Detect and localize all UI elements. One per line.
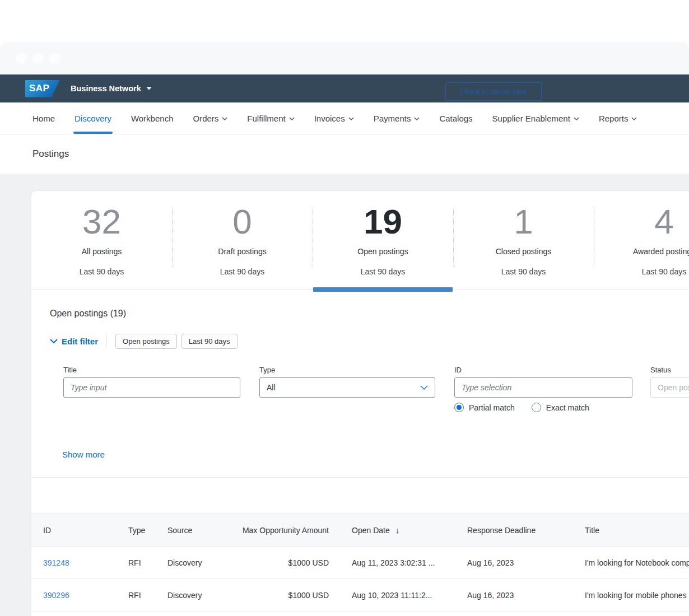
status-filter-field: Status Open postings <box>650 366 689 398</box>
radio-icon <box>532 403 541 412</box>
table-spacer <box>31 478 689 514</box>
nav-item-label: Payments <box>374 114 411 123</box>
column-header-title[interactable]: Title <box>585 514 689 547</box>
stat-value: 32 <box>31 204 172 239</box>
show-more-link[interactable]: Show more <box>62 450 105 459</box>
divider <box>106 335 106 347</box>
match-radio[interactable]: Exact match <box>532 403 589 412</box>
stat-value: 19 <box>313 204 453 239</box>
posting-row[interactable]: 391248 RFI Discovery $1000 USD Aug 11, 2… <box>31 547 689 579</box>
stat-tab[interactable]: 1 Closed postings Last 90 days <box>453 191 594 289</box>
window-button-icon <box>49 53 60 64</box>
stat-tab[interactable]: 32 All postings Last 90 days <box>31 191 172 289</box>
title-input[interactable]: Type input <box>63 377 240 398</box>
filter-chip[interactable]: Last 90 days <box>181 334 238 349</box>
edit-filter-label: Edit filter <box>62 337 98 346</box>
stat-period: Last 90 days <box>453 267 594 276</box>
posting-type: RFI <box>128 547 167 579</box>
nav-item-label: Orders <box>193 114 218 123</box>
posting-open-date: Aug 10, 2023 11:11:2... <box>352 579 467 612</box>
column-header-source[interactable]: Source <box>167 514 232 547</box>
filter-toolbar: Edit filter Open postings Last 90 days <box>50 333 689 349</box>
nav-item-label: Discovery <box>75 114 111 123</box>
stat-period: Last 90 days <box>313 267 453 276</box>
title-field-label: Title <box>63 366 240 374</box>
stat-label: Closed postings <box>453 247 594 256</box>
stat-value: 1 <box>453 204 594 239</box>
nav-item-label: Reports <box>599 114 629 123</box>
match-radio-label: Exact match <box>546 403 589 412</box>
stat-label: All postings <box>31 247 172 256</box>
stat-tab[interactable]: 19 Open postings Last 90 days <box>313 191 453 289</box>
nav-item[interactable]: Reports <box>599 102 637 134</box>
match-options: Partial match Exact match <box>454 403 632 412</box>
chevron-down-icon <box>222 117 227 120</box>
chevron-down-icon <box>420 385 428 390</box>
stat-label: Awarded postings <box>594 247 689 256</box>
id-filter-field: ID Type selection Partial match <box>454 366 632 412</box>
chevron-down-icon <box>289 117 295 120</box>
status-field-label: Status <box>650 366 689 374</box>
stat-period: Last 90 days <box>172 267 313 276</box>
posting-amount: $1000 USD <box>232 579 352 612</box>
nav-item[interactable]: Supplier Enablement <box>492 102 579 134</box>
nav-item[interactable]: Workbench <box>131 102 174 134</box>
column-header-deadline[interactable]: Response Deadline <box>467 514 585 547</box>
app-root: SAP Business Network ⟨ Back to classic v… <box>0 0 689 616</box>
back-to-classic-view-button[interactable]: ⟨ Back to classic view <box>445 82 542 101</box>
match-radio-label: Partial match <box>469 403 515 412</box>
stat-tab[interactable]: 4 Awarded postings Last 90 days <box>594 191 689 289</box>
nav-item-label: Supplier Enablement <box>492 114 570 123</box>
postings-stats-tabs: 32 All postings Last 90 days 0 Draft pos… <box>31 191 689 290</box>
filter-chips: Open postings Last 90 days <box>115 334 238 349</box>
nav-item[interactable]: Payments <box>374 102 420 134</box>
column-header-open-date[interactable]: Open Date↓ <box>352 514 467 547</box>
sap-logo: SAP <box>25 80 60 97</box>
radio-icon <box>454 403 464 412</box>
match-radio[interactable]: Partial match <box>454 403 515 412</box>
nav-item[interactable]: Fulfillment <box>247 102 294 134</box>
type-select-value: All <box>267 383 276 392</box>
type-field-label: Type <box>259 366 435 374</box>
postings-table: ID Type Source Max Opportunity Amount Op… <box>31 514 689 612</box>
stat-value: 0 <box>172 204 313 239</box>
nav-item-label: Workbench <box>131 114 174 123</box>
status-input-value: Open postings <box>658 383 689 392</box>
chevron-down-icon <box>631 117 637 120</box>
window-button-icon <box>16 53 27 64</box>
posting-deadline: Aug 16, 2023 <box>467 547 585 579</box>
column-header-type[interactable]: Type <box>128 514 167 547</box>
postings-card: 32 All postings Last 90 days 0 Draft pos… <box>31 190 689 616</box>
nav-item-label: Invoices <box>314 114 345 123</box>
nav-item[interactable]: Orders <box>193 102 227 134</box>
title-input-placeholder: Type input <box>71 383 106 392</box>
posting-amount: $1000 USD <box>232 547 352 579</box>
nav-item[interactable]: Invoices <box>314 102 354 134</box>
section-title: Open postings (19) <box>50 309 689 319</box>
page-title: Postings <box>32 148 69 160</box>
chevron-down-icon <box>414 117 420 120</box>
sort-descending-icon: ↓ <box>395 525 400 535</box>
posting-title: I'm looking for mobile phones <box>585 579 689 612</box>
nav-item[interactable]: Catalogs <box>439 102 472 134</box>
column-header-amount[interactable]: Max Opportunity Amount <box>232 514 352 547</box>
posting-deadline: Aug 16, 2023 <box>467 579 585 612</box>
filter-chip[interactable]: Open postings <box>115 334 177 349</box>
nav-item[interactable]: Discovery <box>75 102 111 134</box>
posting-id-link[interactable]: 391248 <box>43 558 69 567</box>
nav-item-label: Home <box>32 114 55 123</box>
column-header-id[interactable]: ID <box>31 514 128 547</box>
nav-item-label: Fulfillment <box>247 114 285 123</box>
nav-item[interactable]: Home <box>32 102 55 134</box>
id-input[interactable]: Type selection <box>454 377 632 398</box>
type-select[interactable]: All <box>259 377 435 398</box>
posting-row[interactable]: 390296 RFI Discovery $1000 USD Aug 10, 2… <box>31 579 689 612</box>
caret-down-icon <box>146 87 152 90</box>
status-input-disabled: Open postings <box>650 377 689 398</box>
posting-id-link[interactable]: 390296 <box>43 591 69 600</box>
chevron-down-icon <box>574 117 579 120</box>
product-switcher[interactable]: Business Network <box>71 84 152 93</box>
title-filter-field: Title Type input <box>63 366 240 398</box>
edit-filter-toggle[interactable]: Edit filter <box>50 337 98 346</box>
stat-tab[interactable]: 0 Draft postings Last 90 days <box>172 191 313 289</box>
